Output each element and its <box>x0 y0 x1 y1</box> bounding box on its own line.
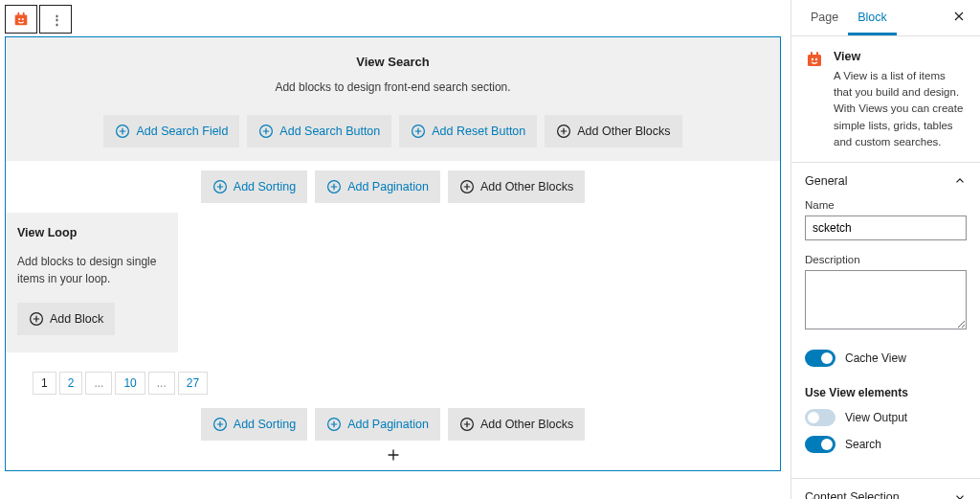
name-label: Name <box>805 199 967 211</box>
plus-circle-icon <box>212 417 228 432</box>
tab-block[interactable]: Block <box>848 0 897 35</box>
view-search-title: View Search <box>25 55 761 69</box>
block-icon-button[interactable] <box>5 5 37 34</box>
cache-view-toggle[interactable] <box>805 350 835 367</box>
page-number[interactable]: 27 <box>178 372 208 395</box>
general-section-toggle[interactable]: General <box>791 163 980 199</box>
editor-canvas: ⋮ View Search Add blocks to design front… <box>0 0 791 499</box>
svg-rect-1 <box>17 12 19 16</box>
chevron-down-icon <box>953 490 967 499</box>
plus-circle-icon <box>29 311 44 327</box>
view-loop-subtitle: Add blocks to design single items in you… <box>17 253 167 287</box>
description-label: Description <box>805 254 967 265</box>
view-block[interactable]: View Search Add blocks to design front-e… <box>5 36 781 471</box>
bottom-sort-row: Add Sorting Add Pagination Add Other Blo… <box>6 402 780 444</box>
block-desc-text: A View is a list of items that you build… <box>834 70 963 147</box>
content-selection-toggle[interactable]: Content Selection <box>791 479 980 499</box>
view-loop-title: View Loop <box>17 226 167 239</box>
svg-rect-18 <box>816 52 818 56</box>
plus-circle-icon <box>115 124 130 139</box>
add-other-blocks-bottom-button[interactable]: Add Other Blocks <box>448 408 585 441</box>
block-name: View <box>834 48 967 66</box>
close-icon <box>951 9 967 24</box>
plus-circle-icon <box>459 417 475 432</box>
plus-circle-icon <box>326 417 342 432</box>
plus-circle-icon <box>212 179 228 194</box>
name-input[interactable] <box>805 215 967 240</box>
view-output-toggle[interactable] <box>805 409 835 426</box>
add-search-button-button[interactable]: Add Search Button <box>247 115 391 147</box>
general-section: General Name Description Cache View Use … <box>791 163 980 479</box>
add-search-field-button[interactable]: Add Search Field <box>103 115 239 147</box>
chevron-up-icon <box>953 174 967 188</box>
block-options-button[interactable]: ⋮ <box>39 5 72 34</box>
plus-circle-icon <box>556 124 571 139</box>
page-number[interactable]: 10 <box>115 372 145 395</box>
use-view-elements-heading: Use View elements <box>805 386 967 399</box>
page-number[interactable]: 2 <box>59 372 83 395</box>
add-sorting-bottom-button[interactable]: Add Sorting <box>201 408 307 441</box>
add-other-blocks-search-button[interactable]: Add Other Blocks <box>545 115 681 147</box>
plus-circle-icon <box>411 124 426 139</box>
view-search-subtitle: Add blocks to design front-end search se… <box>25 80 761 94</box>
svg-rect-0 <box>15 15 28 26</box>
plus-circle-icon <box>459 179 475 194</box>
search-toggle[interactable] <box>805 436 835 453</box>
view-loop-section: View Loop Add blocks to design single it… <box>6 213 178 352</box>
page-ellipsis: ... <box>148 372 175 395</box>
svg-point-4 <box>22 18 24 20</box>
svg-point-3 <box>18 18 20 20</box>
tab-page[interactable]: Page <box>801 0 848 35</box>
svg-rect-2 <box>23 12 25 16</box>
svg-rect-16 <box>808 55 821 66</box>
settings-sidebar: Page Block View A View is a list of item… <box>791 0 980 499</box>
cache-view-label: Cache View <box>845 352 906 365</box>
add-reset-button-button[interactable]: Add Reset Button <box>399 115 537 147</box>
plus-circle-icon <box>258 124 274 139</box>
toolset-view-icon <box>805 50 824 69</box>
description-textarea[interactable] <box>805 270 967 329</box>
sidebar-tabs: Page Block <box>791 0 980 36</box>
block-description: View A View is a list of items that you … <box>791 36 980 163</box>
pagination-row: 1 2 ... 10 ... 27 <box>6 352 780 402</box>
page-ellipsis: ... <box>85 372 112 395</box>
close-sidebar-button[interactable] <box>947 5 970 31</box>
view-output-label: View Output <box>845 411 907 424</box>
add-other-blocks-top-button[interactable]: Add Other Blocks <box>448 170 585 203</box>
block-inserter[interactable] <box>6 444 780 470</box>
svg-point-19 <box>812 58 813 60</box>
add-sorting-top-button[interactable]: Add Sorting <box>201 170 307 203</box>
plus-icon <box>385 446 402 464</box>
top-sort-row: Add Sorting Add Pagination Add Other Blo… <box>6 161 780 213</box>
content-selection-section: Content Selection <box>791 479 980 499</box>
search-label: Search <box>845 438 881 451</box>
toolset-view-icon <box>12 11 30 28</box>
kebab-icon: ⋮ <box>51 12 61 27</box>
svg-rect-17 <box>811 52 813 56</box>
page-number[interactable]: 1 <box>33 372 56 395</box>
add-pagination-top-button[interactable]: Add Pagination <box>315 170 440 203</box>
add-block-button[interactable]: Add Block <box>17 303 115 335</box>
plus-circle-icon <box>326 179 342 194</box>
view-search-section: View Search Add blocks to design front-e… <box>6 37 780 161</box>
svg-point-20 <box>815 58 817 60</box>
add-pagination-bottom-button[interactable]: Add Pagination <box>315 408 440 441</box>
